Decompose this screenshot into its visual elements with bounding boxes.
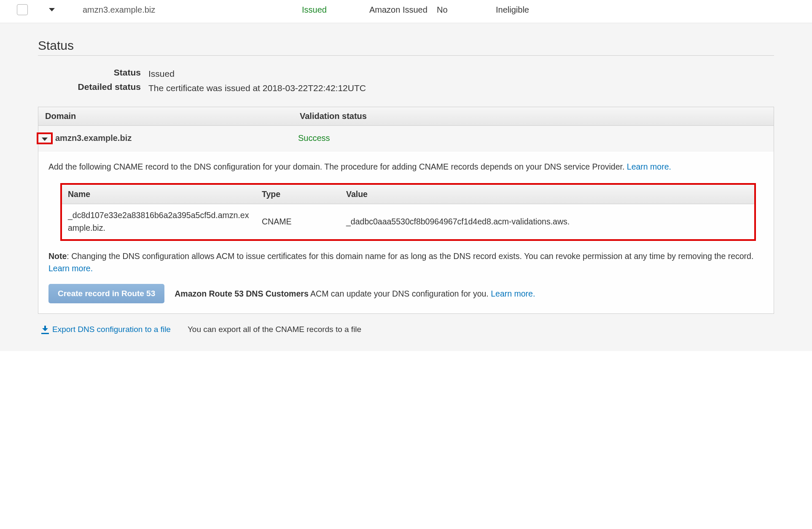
cname-name-cell: _dc8d107e33e2a83816b6a2a395a5cf5d.amzn.e… <box>62 209 256 234</box>
cname-type-cell: CNAME <box>256 216 340 228</box>
row-type: Amazon Issued <box>369 5 437 15</box>
create-record-route53-button[interactable]: Create record in Route 53 <box>48 284 164 303</box>
cname-value-cell: _dadbc0aaa5530cf8b0964967cf1d4ed8.acm-va… <box>340 216 754 228</box>
learn-more-link[interactable]: Learn more. <box>627 162 671 171</box>
cname-header-name: Name <box>62 188 256 200</box>
row-status: Issued <box>302 5 369 15</box>
row-expand-toggle[interactable] <box>49 8 83 11</box>
export-row: Export DNS configuration to a file You c… <box>41 325 774 334</box>
cname-header-type: Type <box>256 188 340 200</box>
route53-rest: ACM can update your DNS configuration fo… <box>309 289 491 298</box>
cname-table-row: _dc8d107e33e2a83816b6a2a395a5cf5d.amzn.e… <box>62 204 754 239</box>
detailed-status-value: The certificate was issued at 2018-03-22… <box>148 82 774 94</box>
domain-expand-toggle[interactable] <box>37 132 53 144</box>
certificate-list-row: amzn3.example.biz Issued Amazon Issued N… <box>0 0 812 23</box>
validation-status-cell: Success <box>298 133 330 143</box>
row-renewal: Ineligible <box>496 5 529 15</box>
domain-row: amzn3.example.biz Success <box>38 126 774 151</box>
row-select-checkbox[interactable] <box>17 4 28 15</box>
cname-header-value: Value <box>340 188 754 200</box>
detailed-status-row: Detailed status The certificate was issu… <box>38 82 774 94</box>
note-text: : Changing the DNS configuration allows … <box>67 251 753 261</box>
header-validation-status: Validation status <box>300 111 774 121</box>
domain-name-cell: amzn3.example.biz <box>55 133 298 143</box>
chevron-down-icon <box>42 138 48 141</box>
certificate-details-panel: Status Status Issued Detailed status The… <box>0 23 812 351</box>
route53-description: Amazon Route 53 DNS Customers ACM can up… <box>175 287 535 300</box>
domain-table-header: Domain Validation status <box>38 107 774 126</box>
status-value: Issued <box>148 67 774 80</box>
row-domain: amzn3.example.biz <box>83 5 302 15</box>
route53-bold: Amazon Route 53 DNS Customers <box>175 289 308 298</box>
chevron-down-icon <box>49 8 55 11</box>
cname-record-table: Name Type Value _dc8d107e33e2a83816b6a2a… <box>60 183 756 241</box>
note-label: Note <box>48 251 67 261</box>
learn-more-link-3[interactable]: Learn more. <box>491 289 535 298</box>
header-domain: Domain <box>38 111 300 121</box>
status-section-title: Status <box>38 38 774 56</box>
status-row: Status Issued <box>38 67 774 80</box>
detailed-status-label: Detailed status <box>38 82 148 94</box>
cname-table-header: Name Type Value <box>62 185 754 204</box>
export-dns-link[interactable]: Export DNS configuration to a file <box>41 325 171 334</box>
add-cname-instructions: Add the following CNAME record to the DN… <box>48 161 764 173</box>
export-description: You can export all of the CNAME records … <box>188 325 361 334</box>
export-link-text: Export DNS configuration to a file <box>52 325 171 334</box>
download-icon <box>41 326 49 333</box>
domain-validation-table: Domain Validation status amzn3.example.b… <box>38 107 774 314</box>
note-line: Note: Changing the DNS configuration all… <box>48 250 764 275</box>
row-in-use: No <box>437 5 496 15</box>
route53-row: Create record in Route 53 Amazon Route 5… <box>48 284 764 303</box>
add-cname-text: Add the following CNAME record to the DN… <box>48 162 627 171</box>
learn-more-link-2[interactable]: Learn more. <box>48 264 93 273</box>
domain-row-details: Add the following CNAME record to the DN… <box>38 151 774 314</box>
status-label: Status <box>38 67 148 80</box>
